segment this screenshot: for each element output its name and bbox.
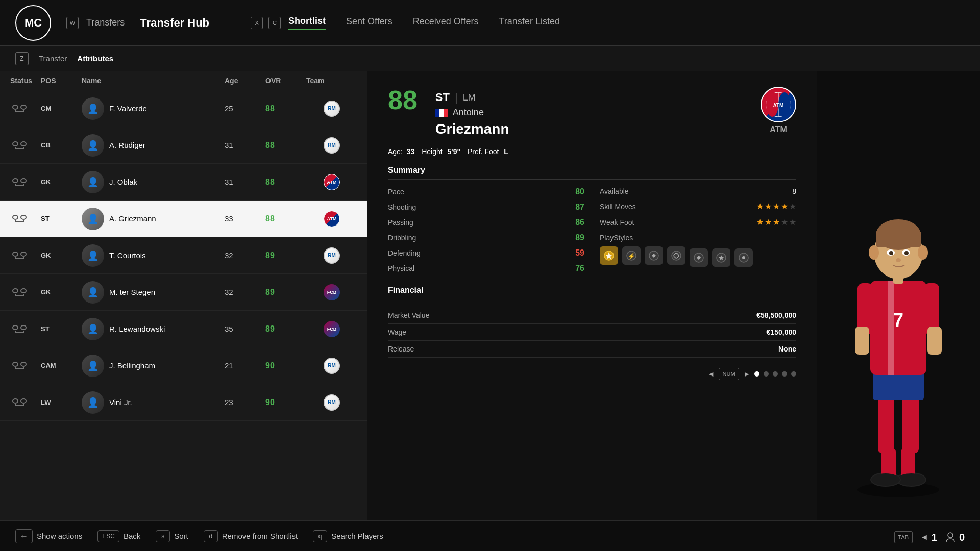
playstyles-label: PlayStyles [600,234,633,242]
position-alt: LM [463,92,476,103]
player-name: A. Griezmann [109,214,156,223]
team-badge: FCB [323,320,341,338]
player-model-area: 7 [817,71,980,520]
weak-foot-row: Weak Foot ★ ★ ★ ★ ★ [600,217,796,227]
tab-shortlist[interactable]: Shortlist [288,16,326,30]
summary-title: Summary [388,166,796,180]
nav-transfers[interactable]: Transfers [86,17,125,28]
pag-next[interactable]: ► [743,370,750,378]
status-icon [10,136,29,155]
svg-rect-36 [876,232,921,247]
search-label: Search Players [331,532,383,540]
barca-badge: FCB [324,321,340,337]
status-icon [10,173,29,191]
tab-transfer-listed[interactable]: Transfer Listed [499,16,560,29]
player-ovr: 89 [265,251,306,260]
pos-header: POS [41,77,82,85]
tab-received-offers[interactable]: Received Offers [413,16,479,29]
table-row[interactable]: GK 👤 J. Oblak 31 88 ATM [0,164,368,201]
pag-dot-1[interactable] [754,371,760,377]
table-row[interactable]: ST 👤 A. Griezmann 33 88 ATM [0,201,368,237]
avatar: 👤 [82,318,104,340]
table-row[interactable]: LW 👤 Vini Jr. 23 90 RM [0,384,368,421]
player-info: 👤 A. Rüdiger [82,134,225,157]
team-badge: RM [323,357,341,375]
svg-text:ATM: ATM [773,103,784,108]
release-value: None [778,345,796,353]
sort-label: Sort [174,532,188,540]
status-icon [10,283,29,302]
d-key[interactable]: d [204,530,218,542]
avatar: 👤 [82,208,104,230]
table-row[interactable]: ST 👤 R. Lewandowski 35 89 FCB [0,311,368,347]
passing-row: Passing 86 [388,218,584,227]
team-badge: ATM [323,173,341,191]
nav-hub: Transfer Hub [140,16,209,30]
pag-dot-3[interactable] [773,371,778,377]
player-info: 👤 F. Valverde [82,97,225,120]
playstyle-5 [690,248,708,267]
esc-key[interactable]: ESC [97,530,119,542]
dribbling-value: 89 [575,233,584,242]
player-name: Vini Jr. [109,398,132,407]
player-info: 👤 R. Lewandowski [82,318,225,340]
pag-prev[interactable]: ◄ [707,370,715,378]
playstyle-3 [645,246,663,265]
player-ovr: 90 [265,398,306,407]
player-name: T. Courtois [109,251,146,260]
svg-rect-32 [927,327,942,355]
binoculars-icon [12,398,27,406]
player-rating: 88 [388,87,418,113]
sort-action: s Sort [156,530,188,542]
status-icon [10,393,29,412]
table-row[interactable]: GK 👤 M. ter Stegen 32 89 FCB [0,274,368,311]
pace-row: Pace 80 [388,187,584,196]
shooting-row: Shooting 87 [388,203,584,212]
real-badge: RM [324,137,340,154]
z-key: Z [15,52,29,65]
table-row[interactable]: CAM 👤 J. Bellingham 21 90 RM [0,347,368,384]
logo[interactable]: MC [15,5,51,41]
financial-details: Market Value €58,500,000 Wage €150,000 R… [388,307,796,358]
table-row[interactable]: CM 👤 F. Valverde 25 88 RM [0,90,368,127]
defending-value: 59 [575,248,584,258]
svg-point-22 [871,473,900,486]
defending-label: Defending [388,249,421,257]
bottom-bar: ← Show actions ESC Back s Sort d Remove … [0,520,980,551]
player-pos: CAM [41,362,82,369]
pag-dot-5[interactable] [791,371,796,377]
svg-rect-23 [902,393,919,453]
q-key[interactable]: q [313,530,327,542]
player-ovr: 88 [265,104,306,113]
skill-moves-stars: ★ ★ ★ ★ ★ [756,202,796,211]
pag-dot-2[interactable] [764,371,769,377]
sub-tab-transfer[interactable]: Transfer [39,54,67,63]
wf-star-1: ★ [756,217,764,227]
market-value-row: Market Value €58,500,000 [388,307,796,324]
svg-point-15 [742,256,745,259]
available-label: Available [600,187,629,195]
corner-count-1: 1 [932,532,937,543]
player-name: J. Bellingham [109,361,155,370]
s-key[interactable]: s [156,530,170,542]
header: MC W Transfers Transfer Hub X C Shortlis… [0,0,980,46]
pag-dot-4[interactable] [782,371,787,377]
binoculars-icon [12,141,27,149]
show-actions-key[interactable]: ← [15,529,33,543]
remove-label: Remove from Shortlist [222,532,298,540]
wf-star-2: ★ [765,217,772,227]
sub-tab-attributes[interactable]: Attributes [77,54,113,63]
table-row[interactable]: CB 👤 A. Rüdiger 31 88 RM [0,127,368,164]
remove-action: d Remove from Shortlist [204,530,298,542]
table-row[interactable]: GK 👤 T. Courtois 32 89 RM [0,237,368,274]
playstyle-6 [712,248,730,267]
available-value: 8 [792,187,796,195]
tab-key[interactable]: TAB [894,531,913,543]
player-pos: CM [41,105,82,112]
star-1: ★ [756,202,764,211]
player-3d-render: 7 [817,71,980,520]
svg-rect-30 [855,327,869,355]
tab-sent-offers[interactable]: Sent Offers [346,16,393,29]
team-badge: ATM [323,210,341,228]
player-age: 33 [225,214,265,223]
